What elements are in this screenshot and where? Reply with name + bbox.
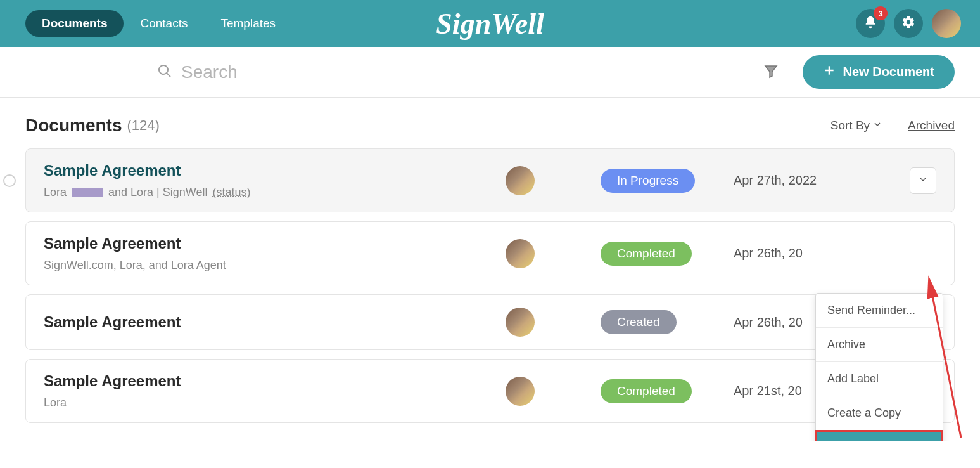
content: Documents (124) Sort By Archived Sample …	[0, 98, 980, 441]
sort-by-label: Sort By	[830, 119, 870, 133]
filter-icon[interactable]	[763, 63, 794, 81]
nav-item-templates[interactable]: Templates	[204, 10, 292, 37]
topbar: DocumentsContactsTemplates SignWell 3	[0, 0, 980, 47]
status-badge: In Progress	[601, 169, 695, 193]
search-input[interactable]	[181, 62, 754, 82]
subtitle-text: SignWell.com, Lora, and Lora Agent	[44, 259, 226, 272]
page-title: Documents	[25, 115, 122, 136]
row-avatar	[506, 377, 535, 406]
sort-by-button[interactable]: Sort By	[830, 119, 882, 133]
nav-item-contacts[interactable]: Contacts	[124, 10, 204, 37]
status-badge: Completed	[601, 379, 692, 403]
search-area: New Document	[139, 55, 955, 89]
document-title: Sample Agreement	[44, 162, 499, 179]
status-badge: Completed	[601, 242, 692, 266]
subtitle-text: Lora	[44, 186, 67, 199]
header-actions: Sort By Archived	[830, 119, 955, 133]
row-avatar	[506, 239, 535, 268]
gear-icon	[901, 15, 915, 32]
avatar[interactable]	[932, 9, 961, 38]
dropdown-item-create-a-copy[interactable]: Create a Copy	[816, 396, 943, 431]
status-cell: In Progress	[601, 169, 727, 193]
document-subtitle: SignWell.com, Lora, and Lora Agent	[44, 259, 499, 272]
document-main: Sample AgreementSignWell.com, Lora, and …	[44, 235, 499, 272]
document-row[interactable]: Sample AgreementSignWell.com, Lora, and …	[25, 221, 955, 285]
status-cell: Completed	[601, 242, 727, 266]
nav-right: 3	[856, 9, 961, 38]
document-subtitle: Lora and Lora | SignWell (status)	[44, 186, 499, 199]
subtitle-text: and Lora | SignWell	[108, 186, 207, 199]
document-title: Sample Agreement	[44, 235, 499, 252]
notifications-button[interactable]: 3	[856, 9, 885, 38]
status-badge: Created	[601, 310, 677, 334]
document-date: Apr 27th, 2022	[734, 173, 898, 188]
chevron-down-icon	[918, 174, 928, 187]
nav-left: DocumentsContactsTemplates	[25, 10, 292, 37]
sidebar-spacer	[0, 47, 139, 97]
subtitle-text: Lora	[44, 396, 67, 410]
status-cell: Completed	[601, 379, 727, 403]
document-main: Sample AgreementLora and Lora | SignWell…	[44, 162, 499, 199]
page-count: (124)	[127, 117, 159, 134]
logo: SignWell	[436, 7, 544, 41]
dropdown-item-archive[interactable]: Archive	[816, 328, 943, 362]
row-menu-button[interactable]	[910, 167, 936, 194]
dropdown-item-update-resend[interactable]: Update & Resend	[816, 431, 943, 441]
new-document-button[interactable]: New Document	[803, 55, 955, 89]
chevron-down-icon	[872, 119, 882, 133]
redacted-text	[72, 188, 103, 197]
row-actions-dropdown: Send Reminder...ArchiveAdd LabelCreate a…	[815, 293, 943, 441]
new-document-label: New Document	[843, 65, 934, 79]
document-main: Sample AgreementLora	[44, 372, 499, 410]
document-main: Sample Agreement	[44, 313, 499, 331]
select-circle[interactable]	[3, 174, 16, 187]
nav-item-documents[interactable]: Documents	[25, 10, 124, 37]
settings-button[interactable]	[894, 9, 923, 38]
notifications-badge: 3	[874, 6, 888, 20]
plus-icon	[823, 64, 836, 80]
dropdown-item-send-reminder[interactable]: Send Reminder...	[816, 294, 943, 328]
status-cell: Created	[601, 310, 727, 334]
row-avatar	[506, 166, 535, 195]
document-subtitle: Lora	[44, 396, 499, 410]
row-avatar	[506, 308, 535, 337]
document-row[interactable]: Sample AgreementLora and Lora | SignWell…	[25, 148, 955, 212]
searchbar: New Document	[0, 47, 980, 98]
document-title: Sample Agreement	[44, 313, 499, 331]
search-icon	[157, 63, 172, 81]
status-link[interactable]: (status)	[212, 186, 250, 199]
dropdown-item-add-label[interactable]: Add Label	[816, 362, 943, 396]
archived-link[interactable]: Archived	[908, 119, 955, 133]
svg-marker-0	[765, 66, 777, 77]
document-title: Sample Agreement	[44, 372, 499, 390]
page-header: Documents (124) Sort By Archived	[25, 115, 955, 136]
document-date: Apr 26th, 20	[734, 246, 898, 261]
